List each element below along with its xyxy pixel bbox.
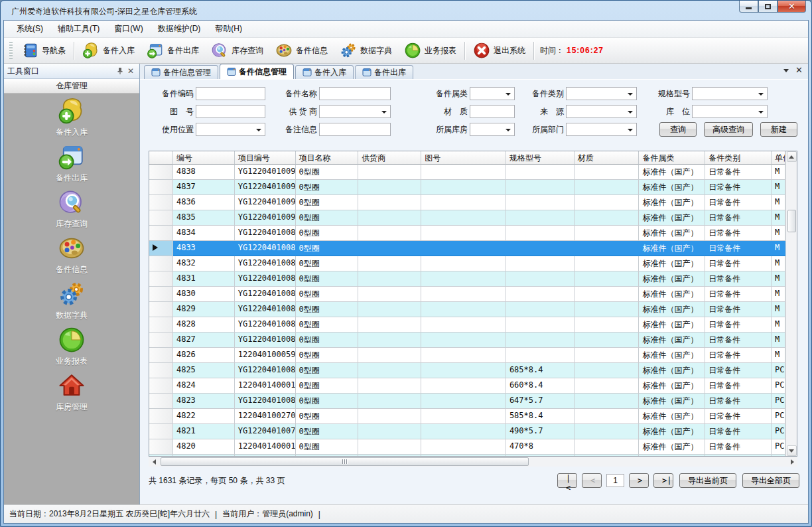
tab-close-icon[interactable]: ✕ [795, 67, 803, 74]
col-header-unit[interactable]: 单位 [772, 151, 785, 165]
row-selector-cell[interactable] [149, 241, 173, 256]
material-input[interactable] [470, 105, 515, 118]
advanced-query-button[interactable]: 高级查询 [704, 122, 753, 137]
table-row[interactable]: 4837 YG12204010092 0型圈 标准件（国产） 日常备件 [149, 180, 785, 195]
col-header-project-no[interactable]: 项目编号 [235, 151, 296, 165]
row-selector-cell[interactable] [149, 226, 173, 241]
part-code-input[interactable] [196, 87, 265, 100]
new-button[interactable]: 新建 [760, 122, 797, 137]
col-header-spec[interactable]: 规格型号 [506, 151, 575, 165]
drawing-no-input[interactable] [196, 105, 265, 118]
scroll-right-icon[interactable] [787, 457, 797, 466]
toolbar-parts-info-button[interactable]: 备件信息 [269, 40, 334, 61]
last-page-button[interactable]: >| [653, 473, 673, 488]
tab-parts-in[interactable]: 备件入库 [295, 65, 354, 79]
part-genus-select[interactable] [470, 87, 515, 100]
tab-list-dropdown-icon[interactable] [783, 69, 789, 72]
titlebar[interactable]: 广州爱奇迪软件科技有限公司-深田之星仓库管理系统 ✕ [3, 3, 809, 20]
next-page-button[interactable]: > [629, 473, 649, 488]
toolbar-navbar-button[interactable]: 导航条 [15, 40, 72, 61]
close-button[interactable]: ✕ [778, 1, 806, 13]
export-current-page-button[interactable]: 导出当前页 [679, 473, 736, 488]
table-row[interactable]: 4821 YG12204010079 0型圈 490*5.7 标准件（国产） 日… [149, 424, 785, 439]
table-row[interactable]: 4825 YG12204010081 0型圈 685*8.4 标准件（国产） 日… [149, 363, 785, 378]
sidebar-item-data-dictionary[interactable]: 数据字典 [4, 280, 139, 320]
col-header-supplier[interactable]: 供货商 [358, 151, 421, 165]
row-selector-cell[interactable] [149, 302, 173, 317]
col-header-genus[interactable]: 备件属类 [639, 151, 705, 165]
scroll-up-icon[interactable] [787, 151, 797, 162]
tool-window-close-icon[interactable]: ✕ [125, 66, 136, 76]
col-header-material[interactable]: 材质 [575, 151, 640, 165]
menu-window[interactable]: 窗口(W) [107, 21, 150, 37]
part-category-select[interactable] [566, 87, 637, 100]
menu-data-maintenance[interactable]: 数据维护(D) [151, 21, 208, 37]
sidebar-item-business-report[interactable]: 业务报表 [4, 326, 139, 366]
pin-icon[interactable] [115, 67, 125, 75]
table-row[interactable]: 4833 YG12204010088 0型圈 标准件（国产） 日常备件 [149, 241, 785, 256]
department-select[interactable] [566, 123, 637, 136]
toolbar-business-report-button[interactable]: 业务报表 [398, 40, 462, 61]
warehouse-group-header[interactable]: 仓库管理 [4, 79, 139, 94]
table-row[interactable]: 4827 YG12204010082 0型圈 标准件（国产） 日常备件 [149, 333, 785, 348]
tab-parts-out[interactable]: 备件出库 [355, 65, 413, 79]
sidebar-item-warehouse-mgmt[interactable]: 库房管理 [4, 372, 139, 412]
remark-input[interactable] [319, 123, 391, 136]
menu-aux-tools[interactable]: 辅助工具(T) [50, 21, 107, 37]
scroll-down-icon[interactable] [787, 445, 797, 456]
row-selector-cell[interactable] [149, 287, 173, 302]
vertical-scroll-thumb[interactable] [787, 210, 796, 232]
spec-model-select[interactable] [692, 87, 768, 100]
row-selector-cell[interactable] [149, 439, 173, 455]
first-page-button[interactable]: |< [557, 473, 577, 488]
table-row[interactable]: 4838 YG12204010093 0型圈 标准件（国产） 日常备件 [149, 165, 785, 180]
sidebar-item-parts-in[interactable]: 备件入库 [4, 97, 139, 137]
row-selector-cell[interactable] [149, 409, 173, 424]
row-selector-cell[interactable] [149, 195, 173, 210]
location-select[interactable] [692, 105, 768, 118]
table-row[interactable]: 4831 YG12204010086 0型圈 标准件（国产） 日常备件 [149, 271, 785, 287]
usage-position-select[interactable] [196, 123, 265, 136]
col-header-id[interactable]: 编号 [173, 151, 235, 165]
row-selector-cell[interactable] [149, 363, 173, 378]
prev-page-button[interactable]: < [582, 473, 602, 488]
row-selector-cell[interactable] [149, 210, 173, 226]
table-row[interactable]: 4822 1220401002700 0型圈 585*8.4 标准件（国产） 日… [149, 409, 785, 424]
table-row[interactable]: 4836 YG12204010091 0型圈 标准件（国产） 日常备件 [149, 195, 785, 210]
table-row[interactable]: 4828 YG12204010083 0型圈 标准件（国产） 日常备件 [149, 317, 785, 333]
row-selector-cell[interactable] [149, 333, 173, 348]
warehouse-select[interactable] [470, 123, 515, 136]
toolbar-stock-query-button[interactable]: 库存查询 [205, 40, 269, 61]
row-selector-cell[interactable] [149, 317, 173, 333]
horizontal-scroll-thumb[interactable] [161, 457, 529, 466]
table-row[interactable]: 4824 1220401400012 0型圈 660*8.4 标准件（国产） 日… [149, 378, 785, 394]
horizontal-scrollbar[interactable] [149, 457, 797, 467]
table-row[interactable]: 4820 1220401400013 0型圈 470*8 标准件（国产） 日常备… [149, 439, 785, 455]
menu-system[interactable]: 系统(S) [9, 21, 50, 37]
col-header-drawing-no[interactable]: 图号 [421, 151, 506, 165]
toolbar-grip[interactable] [9, 42, 13, 59]
col-header-category[interactable]: 备件类别 [705, 151, 772, 165]
table-row[interactable]: 4826 1220401000599 0型圈 标准件（国产） 日常备件 [149, 348, 785, 363]
scroll-left-icon[interactable] [149, 457, 159, 466]
source-select[interactable] [566, 105, 637, 118]
row-selector-cell[interactable] [149, 256, 173, 271]
table-row[interactable]: 4830 YG12204010085 0型圈 标准件（国产） 日常备件 [149, 287, 785, 302]
toolbar-exit-system-button[interactable]: 退出系统 [467, 40, 531, 61]
maximize-button[interactable] [758, 1, 778, 13]
row-selector-cell[interactable] [149, 348, 173, 363]
row-selector-cell[interactable] [149, 424, 173, 439]
table-row[interactable]: 4829 YG12204010084 0型圈 标准件（国产） 日常备件 [149, 302, 785, 317]
table-row[interactable]: 4835 YG12204010090 0型圈 标准件（国产） 日常备件 [149, 210, 785, 226]
supplier-select[interactable] [319, 105, 391, 118]
table-row[interactable]: 4823 YG12204010080 0型圈 647*5.7 标准件（国产） 日… [149, 394, 785, 409]
col-header-project-name[interactable]: 项目名称 [296, 151, 359, 165]
row-selector-cell[interactable] [149, 394, 173, 409]
row-selector-cell[interactable] [149, 165, 173, 180]
toolbar-parts-in-button[interactable]: 备件入库 [76, 40, 141, 61]
page-number-input[interactable] [606, 474, 624, 487]
toolbar-data-dictionary-button[interactable]: 数据字典 [334, 40, 398, 61]
part-name-input[interactable] [319, 87, 391, 100]
row-selector-cell[interactable] [149, 271, 173, 287]
sidebar-item-parts-info[interactable]: 备件信息 [4, 234, 139, 274]
